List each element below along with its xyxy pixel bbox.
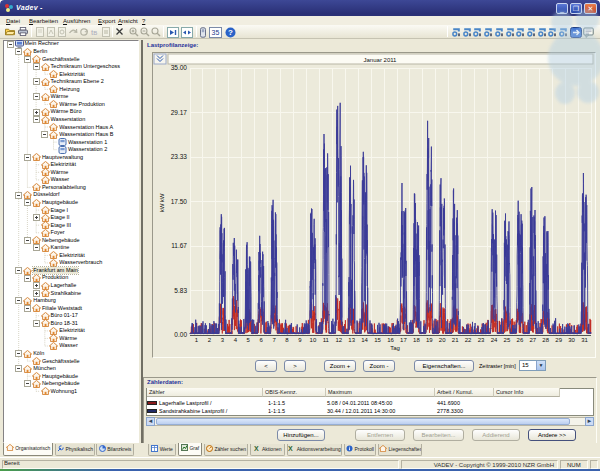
svg-text:5: 5 [247,337,251,343]
svg-text:5.83: 5.83 [174,287,187,294]
svg-text:21: 21 [452,337,459,343]
svg-text:35: 35 [212,29,220,36]
svg-text:0.00: 0.00 [174,331,187,338]
svg-text:35.00: 35.00 [171,64,188,71]
svg-text:29.17: 29.17 [171,109,188,116]
svg-text:23.33: 23.33 [171,153,188,160]
svg-text:Tag: Tag [390,345,400,351]
svg-text:X: X [254,445,259,452]
svg-text:11: 11 [323,337,330,343]
svg-text:7: 7 [272,337,276,343]
svg-text:31: 31 [581,337,588,343]
svg-text:4: 4 [234,337,238,343]
svg-text:9: 9 [298,337,302,343]
svg-text:13: 13 [348,337,355,343]
svg-text:20: 20 [439,337,446,343]
svg-text:30: 30 [568,337,575,343]
svg-text:25: 25 [504,337,511,343]
svg-text:X: X [288,445,293,452]
svg-text:24: 24 [491,337,498,343]
svg-text:12: 12 [335,337,342,343]
svg-text:kW: kW [159,193,165,202]
svg-text:3: 3 [221,337,225,343]
svg-text:11.67: 11.67 [171,242,187,249]
svg-text:28: 28 [542,337,549,343]
svg-text:23: 23 [478,337,485,343]
svg-text:2: 2 [208,337,212,343]
svg-text:18: 18 [413,337,420,343]
svg-text:kW: kW [159,203,165,212]
svg-text:Januar 2011: Januar 2011 [364,57,398,63]
svg-text:6: 6 [259,337,263,343]
svg-text:19: 19 [426,337,433,343]
svg-text:15: 15 [374,337,381,343]
svg-text:1: 1 [195,337,199,343]
svg-text:10: 10 [310,337,317,343]
svg-text:16: 16 [387,337,394,343]
svg-text:tB: tB [91,28,97,37]
svg-text:17: 17 [400,337,407,343]
svg-text:22: 22 [465,337,472,343]
svg-text:27: 27 [529,337,536,343]
svg-text:?: ? [228,28,233,37]
svg-text:8: 8 [285,337,289,343]
svg-text:29: 29 [555,337,562,343]
svg-text:14: 14 [361,337,368,343]
svg-text:26: 26 [517,337,524,343]
svg-text:17.50: 17.50 [171,198,188,205]
